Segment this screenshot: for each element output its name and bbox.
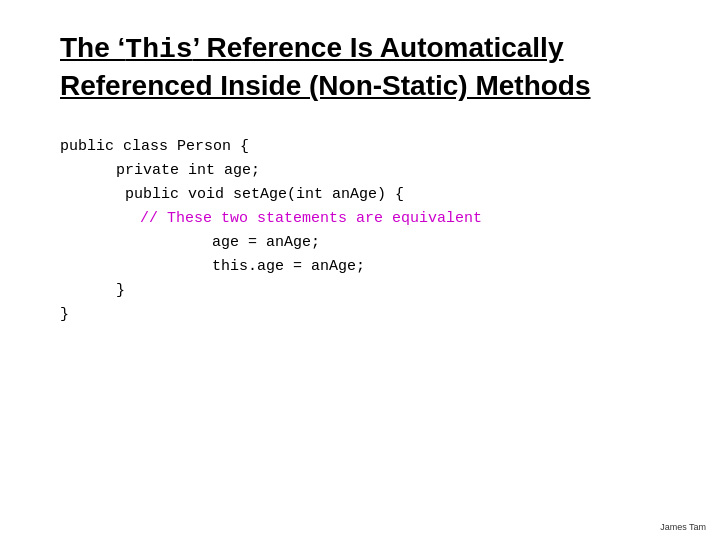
- code-line-8: }: [60, 303, 660, 327]
- code-line-7: }: [60, 279, 660, 303]
- code-line-6: this.age = anAge;: [60, 255, 660, 279]
- title-text-after: ’ Reference Is Automatically: [193, 32, 564, 63]
- title-this-keyword: This: [125, 34, 192, 65]
- code-line-1: public class Person {: [60, 135, 660, 159]
- footer-text: James Tam: [660, 522, 706, 532]
- code-line-2: private int age;: [60, 159, 660, 183]
- code-line-3: public void setAge(int anAge) {: [60, 183, 660, 207]
- title-text-before: The ‘: [60, 32, 125, 63]
- slide-title: The ‘This’ Reference Is Automatically Re…: [60, 30, 660, 105]
- title-line2: Referenced Inside (Non-Static) Methods: [60, 70, 591, 101]
- code-comment: // These two statements are equivalent: [60, 207, 660, 231]
- code-block: public class Person { private int age; p…: [60, 135, 660, 327]
- slide-container: The ‘This’ Reference Is Automatically Re…: [0, 0, 720, 540]
- code-line-5: age = anAge;: [60, 231, 660, 255]
